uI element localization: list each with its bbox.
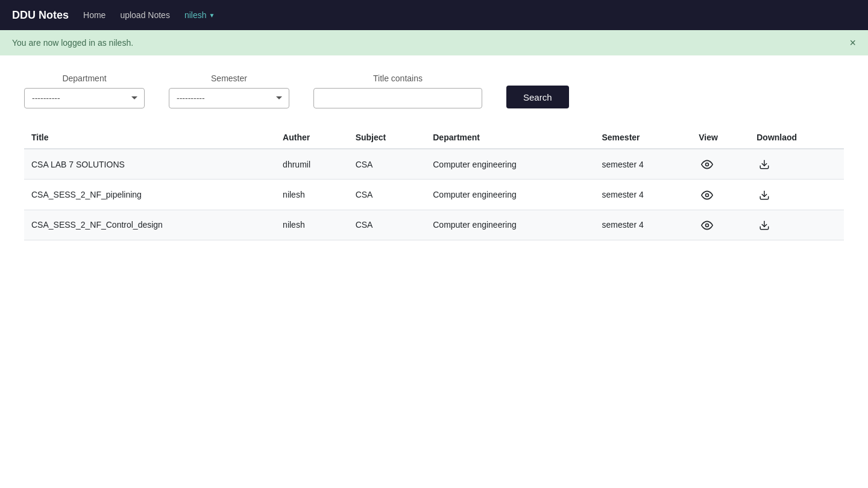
title-label: Title contains xyxy=(313,74,482,83)
login-alert: You are now logged in as nilesh. × xyxy=(0,30,868,55)
col-author: Auther xyxy=(275,127,348,149)
col-semester: Semester xyxy=(594,127,691,149)
table-row: CSA_SESS_2_NF_pipeliningnileshCSACompute… xyxy=(24,180,844,210)
col-subject: Subject xyxy=(348,127,426,149)
svg-point-2 xyxy=(706,193,709,196)
cell-view xyxy=(691,149,749,180)
view-button[interactable] xyxy=(699,157,715,172)
table-row: CSA LAB 7 SOLUTIONSdhrumilCSAComputer en… xyxy=(24,149,844,180)
home-link[interactable]: Home xyxy=(83,10,105,20)
department-filter-group: Department ---------- xyxy=(24,74,145,108)
cell-department: Computer engineering xyxy=(426,180,594,210)
cell-department: Computer engineering xyxy=(426,149,594,180)
cell-department: Computer engineering xyxy=(426,210,594,240)
cell-download xyxy=(749,149,844,180)
navbar: DDU Notes Home upload Notes nilesh ▼ xyxy=(0,0,868,30)
semester-filter-group: Semester ---------- xyxy=(169,74,289,108)
cell-author: nilesh xyxy=(275,210,348,240)
cell-semester: semester 4 xyxy=(594,180,691,210)
view-button[interactable] xyxy=(699,217,715,233)
cell-view xyxy=(691,180,749,210)
col-view: View xyxy=(691,127,749,149)
cell-author: nilesh xyxy=(275,180,348,210)
view-button[interactable] xyxy=(699,187,715,202)
table-row: CSA_SESS_2_NF_Control_designnileshCSACom… xyxy=(24,210,844,240)
cell-semester: semester 4 xyxy=(594,149,691,180)
filter-row: Department ---------- Semester ---------… xyxy=(24,74,844,108)
cell-download xyxy=(749,210,844,240)
cell-subject: CSA xyxy=(348,210,426,240)
notes-table: Title Auther Subject Department Semester… xyxy=(24,127,844,240)
alert-message: You are now logged in as nilesh. xyxy=(12,38,133,48)
user-menu[interactable]: nilesh ▼ xyxy=(184,10,215,20)
table-header: Title Auther Subject Department Semester… xyxy=(24,127,844,149)
upload-notes-link[interactable]: upload Notes xyxy=(120,10,170,20)
cell-view xyxy=(691,210,749,240)
cell-title: CSA_SESS_2_NF_Control_design xyxy=(24,210,275,240)
table-body: CSA LAB 7 SOLUTIONSdhrumilCSAComputer en… xyxy=(24,149,844,240)
user-chevron-icon: ▼ xyxy=(209,12,215,19)
cell-subject: CSA xyxy=(348,180,426,210)
cell-title: CSA LAB 7 SOLUTIONS xyxy=(24,149,275,180)
brand-link[interactable]: DDU Notes xyxy=(12,9,69,22)
semester-label: Semester xyxy=(169,74,289,83)
cell-download xyxy=(749,180,844,210)
cell-author: dhrumil xyxy=(275,149,348,180)
download-button[interactable] xyxy=(756,187,772,202)
title-input[interactable] xyxy=(313,88,482,108)
col-download: Downlaod xyxy=(749,127,844,149)
cell-subject: CSA xyxy=(348,149,426,180)
main-content: Department ---------- Semester ---------… xyxy=(0,55,868,258)
title-filter-group: Title contains xyxy=(313,74,482,108)
download-button[interactable] xyxy=(756,217,772,233)
user-label: nilesh xyxy=(184,10,207,20)
cell-semester: semester 4 xyxy=(594,210,691,240)
alert-close-button[interactable]: × xyxy=(849,37,856,48)
cell-title: CSA_SESS_2_NF_pipelining xyxy=(24,180,275,210)
download-button[interactable] xyxy=(756,157,772,172)
department-label: Department xyxy=(24,74,145,83)
department-select[interactable]: ---------- xyxy=(24,88,145,108)
svg-point-0 xyxy=(706,163,709,166)
svg-point-4 xyxy=(706,224,709,227)
col-title: Title xyxy=(24,127,275,149)
search-button[interactable]: Search xyxy=(506,86,569,108)
semester-select[interactable]: ---------- xyxy=(169,88,289,108)
table-header-row: Title Auther Subject Department Semester… xyxy=(24,127,844,149)
col-department: Department xyxy=(426,127,594,149)
